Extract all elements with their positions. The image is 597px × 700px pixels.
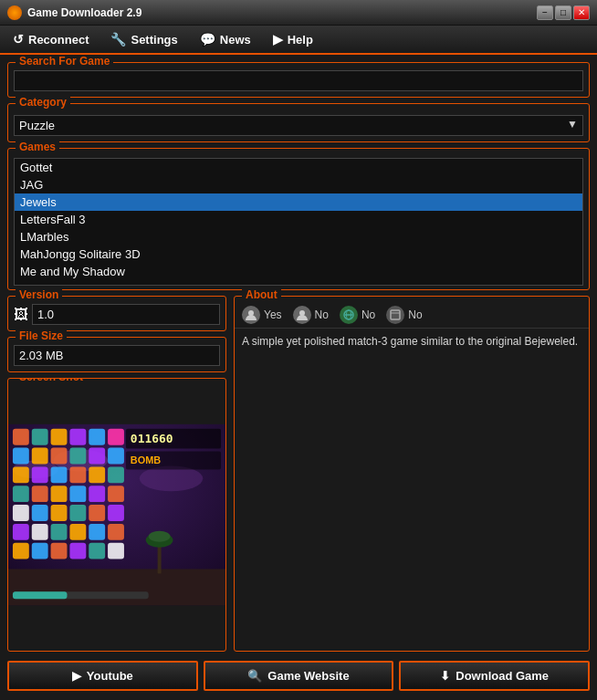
games-label: Games (16, 141, 59, 153)
news-icon: 💬 (200, 32, 215, 47)
svg-rect-19 (108, 448, 124, 465)
menu-news[interactable]: 💬 News (191, 28, 260, 50)
category-panel: Category Puzzle Action Arcade Adventure … (7, 103, 590, 142)
svg-rect-46 (51, 543, 68, 559)
version-panel: Version 🖼 (7, 296, 226, 331)
svg-rect-43 (108, 524, 124, 540)
svg-rect-42 (89, 524, 105, 540)
svg-rect-40 (51, 524, 68, 540)
svg-rect-32 (13, 505, 29, 521)
search-label: Search For Game (16, 55, 113, 68)
left-column: Version 🖼 File Size Screen Shot (7, 296, 226, 652)
svg-point-7 (149, 531, 171, 542)
minimize-button[interactable]: − (537, 5, 553, 20)
titlebar-title: Game Downloader 2.9 (27, 6, 141, 19)
svg-rect-29 (69, 486, 86, 502)
game-website-button[interactable]: 🔍 Game Website (204, 661, 394, 691)
svg-rect-61 (391, 310, 400, 319)
svg-rect-35 (69, 505, 86, 521)
svg-rect-37 (108, 505, 124, 521)
download-game-label: Download Game (456, 669, 549, 683)
svg-rect-21 (32, 466, 48, 483)
svg-rect-39 (32, 524, 48, 540)
about-icon-item-3: No (386, 306, 422, 324)
about-icon-label-1: No (315, 308, 329, 321)
screenshot-label: Screen Shot (16, 378, 87, 383)
about-icon-1 (293, 306, 311, 324)
download-icon: ⬇ (440, 669, 450, 683)
svg-rect-45 (32, 543, 48, 559)
maximize-button[interactable]: □ (555, 5, 571, 20)
svg-rect-49 (108, 543, 124, 559)
menu-reconnect[interactable]: ↺ Reconnect (4, 28, 98, 50)
search-icon: 🔍 (247, 669, 262, 683)
svg-rect-34 (51, 505, 68, 521)
game-item[interactable]: JAG (15, 176, 582, 193)
svg-rect-31 (108, 486, 124, 502)
game-item[interactable]: Jewels (15, 193, 582, 211)
svg-rect-9 (32, 429, 48, 445)
settings-icon: 🔧 (110, 32, 126, 47)
filesize-input[interactable] (14, 345, 220, 366)
svg-rect-41 (69, 524, 86, 540)
bottom-buttons: ▶ Youtube 🔍 Game Website ⬇ Download Game (7, 657, 590, 693)
svg-rect-11 (69, 429, 86, 445)
about-icons-row: Yes No No N (235, 297, 589, 329)
about-icon-0 (242, 306, 260, 324)
version-input[interactable] (32, 304, 220, 325)
games-list[interactable]: GottetJAGJewelsLettersFall 3LMarblesMahJ… (14, 158, 583, 286)
svg-rect-12 (89, 429, 105, 445)
about-icon-3 (386, 306, 404, 324)
game-item[interactable]: MahJongg Solitaire 3D (15, 246, 582, 263)
close-button[interactable]: ✕ (573, 5, 590, 20)
help-icon: ▶ (273, 32, 283, 47)
svg-rect-44 (13, 543, 29, 559)
svg-point-3 (140, 465, 203, 491)
about-icon-item-0: Yes (242, 306, 282, 324)
screenshot-panel: Screen Shot (7, 378, 226, 652)
svg-rect-4 (8, 569, 225, 606)
about-icon-2 (340, 306, 358, 324)
youtube-button[interactable]: ▶ Youtube (7, 661, 198, 691)
svg-rect-15 (32, 448, 48, 465)
about-icon-item-1: No (293, 306, 329, 324)
play-icon: ▶ (72, 669, 81, 683)
game-item[interactable]: Gottet (15, 159, 582, 176)
svg-rect-10 (51, 429, 68, 445)
svg-rect-24 (89, 466, 105, 483)
download-game-button[interactable]: ⬇ Download Game (399, 661, 590, 691)
menubar: ↺ Reconnect 🔧 Settings 💬 News ▶ Help (0, 26, 597, 55)
svg-rect-22 (51, 466, 68, 483)
search-panel: Search For Game (7, 62, 590, 98)
menu-help[interactable]: ▶ Help (264, 28, 322, 50)
bottom-row: Version 🖼 File Size Screen Shot (7, 296, 590, 652)
svg-rect-38 (13, 524, 29, 540)
screenshot-image: 011660 BOMB (8, 379, 225, 651)
menu-settings[interactable]: 🔧 Settings (101, 28, 186, 50)
about-icon-label-3: No (408, 308, 422, 321)
svg-rect-20 (13, 466, 29, 483)
game-item[interactable]: Me and My Shadow (15, 263, 582, 280)
games-panel: Games GottetJAGJewelsLettersFall 3LMarbl… (7, 148, 590, 290)
category-label: Category (16, 96, 70, 109)
game-website-label: Game Website (267, 669, 349, 683)
svg-rect-25 (108, 466, 124, 483)
titlebar: Game Downloader 2.9 − □ ✕ (0, 0, 597, 26)
category-select[interactable]: Puzzle Action Arcade Adventure Sports St… (14, 115, 583, 136)
search-input[interactable] (14, 70, 583, 91)
about-icon-label-0: Yes (264, 308, 282, 321)
svg-rect-16 (51, 448, 68, 465)
menu-settings-label: Settings (131, 33, 177, 47)
filesize-panel: File Size (7, 337, 226, 372)
menu-news-label: News (220, 33, 251, 47)
main-content: Search For Game Category Puzzle Action A… (0, 55, 597, 700)
svg-rect-26 (13, 486, 29, 502)
svg-rect-8 (13, 429, 29, 445)
svg-rect-14 (13, 448, 29, 465)
about-description: A simple yet polished match-3 game simil… (235, 329, 589, 651)
game-item[interactable]: LMarbles (15, 228, 582, 246)
game-item[interactable]: LettersFall 3 (15, 211, 582, 228)
reconnect-icon: ↺ (13, 32, 24, 47)
menu-help-label: Help (288, 33, 313, 47)
svg-rect-47 (69, 543, 86, 559)
